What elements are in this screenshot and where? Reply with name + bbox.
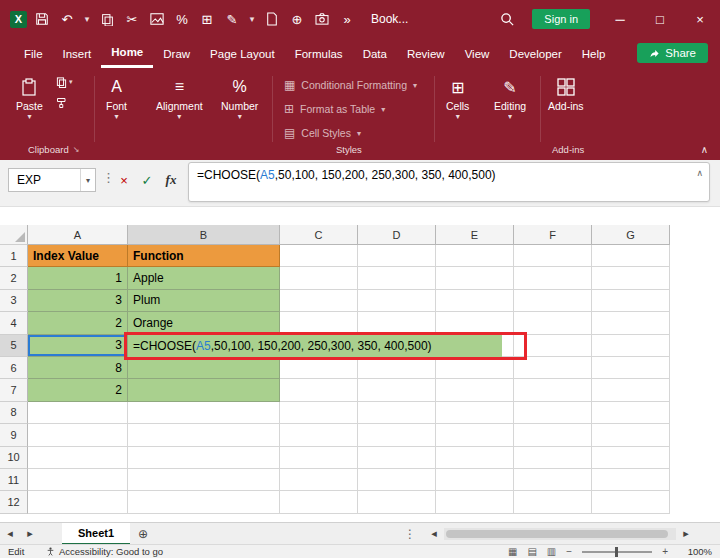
insert-function-button[interactable]: fx (160, 168, 182, 192)
cell-G7[interactable] (592, 379, 670, 401)
cell-A4[interactable]: 2 (28, 312, 128, 334)
horizontal-scrollbar[interactable]: ◂ ▸ (424, 527, 696, 540)
borders-icon[interactable]: ⊞ (197, 9, 217, 29)
tab-draw[interactable]: Draw (153, 38, 200, 68)
row-header-6[interactable]: 6 (0, 357, 28, 379)
cell-D10[interactable] (358, 447, 436, 469)
alignment-group-button[interactable]: ≡ Alignment ▾ (156, 76, 203, 119)
cut-icon[interactable]: ✂ (122, 9, 142, 29)
cell-F6[interactable] (514, 357, 592, 379)
tab-review[interactable]: Review (397, 38, 455, 68)
add-icon[interactable]: ⊕ (287, 9, 307, 29)
row-header-9[interactable]: 9 (0, 424, 28, 446)
chevron-down-icon[interactable]: ▾ (247, 9, 257, 29)
maximize-button[interactable]: □ (640, 0, 680, 38)
zoom-out-icon[interactable]: − (566, 546, 572, 557)
cell-E1[interactable] (436, 245, 514, 267)
row-header-7[interactable]: 7 (0, 379, 28, 401)
cell-B11[interactable] (128, 469, 280, 491)
zoom-slider[interactable] (582, 551, 652, 553)
column-header-F[interactable]: F (514, 225, 592, 245)
cell-B7[interactable] (128, 379, 280, 401)
dialog-launcher-icon[interactable]: ↘ (73, 145, 80, 154)
camera-icon[interactable] (312, 9, 332, 29)
chevron-down-icon[interactable]: ▾ (82, 9, 92, 29)
minimize-button[interactable]: ─ (600, 0, 640, 38)
cell-D6[interactable] (358, 357, 436, 379)
tab-data[interactable]: Data (353, 38, 397, 68)
cell-E11[interactable] (436, 469, 514, 491)
column-header-D[interactable]: D (358, 225, 436, 245)
cell-A10[interactable] (28, 447, 128, 469)
cell-D2[interactable] (358, 267, 436, 289)
cell-A12[interactable] (28, 491, 128, 513)
cell-F11[interactable] (514, 469, 592, 491)
row-header-11[interactable]: 11 (0, 469, 28, 491)
sheet-nav-left-icon[interactable]: ◂ (0, 527, 20, 540)
cell-E10[interactable] (436, 447, 514, 469)
select-all-corner[interactable] (0, 225, 28, 245)
zoom-slider-thumb[interactable] (615, 547, 618, 557)
cell-C7[interactable] (280, 379, 358, 401)
format-painter-button[interactable] (56, 97, 73, 109)
scroll-right-icon[interactable]: ▸ (676, 527, 696, 540)
row-header-3[interactable]: 3 (0, 290, 28, 312)
cell-E6[interactable] (436, 357, 514, 379)
cell-E7[interactable] (436, 379, 514, 401)
cell-F2[interactable] (514, 267, 592, 289)
format-as-table-button[interactable]: ⊞ Format as Table ▾ (284, 102, 385, 116)
tab-home[interactable]: Home (101, 38, 153, 68)
column-header-G[interactable]: G (592, 225, 670, 245)
cell-styles-button[interactable]: ▤ Cell Styles ▾ (284, 126, 361, 140)
enter-button[interactable]: ✓ (136, 168, 158, 192)
tab-developer[interactable]: Developer (499, 38, 571, 68)
tab-insert[interactable]: Insert (53, 38, 102, 68)
row-header-12[interactable]: 12 (0, 491, 28, 513)
cell-G8[interactable] (592, 402, 670, 424)
cell-G3[interactable] (592, 290, 670, 312)
excel-logo-icon[interactable]: X (10, 11, 27, 28)
cell-G1[interactable] (592, 245, 670, 267)
collapse-formula-bar-icon[interactable]: ∧ (696, 168, 703, 178)
cell-E12[interactable] (436, 491, 514, 513)
cell-A7[interactable]: 2 (28, 379, 128, 401)
cell-C11[interactable] (280, 469, 358, 491)
cell-D7[interactable] (358, 379, 436, 401)
row-header-8[interactable]: 8 (0, 402, 28, 424)
column-header-A[interactable]: A (28, 225, 128, 245)
row-header-5[interactable]: 5 (0, 335, 28, 357)
cell-B2[interactable]: Apple (128, 267, 280, 289)
add-sheet-icon[interactable]: ⊕ (130, 527, 156, 541)
cell-A6[interactable]: 8 (28, 357, 128, 379)
cell-B6[interactable] (128, 357, 280, 379)
close-button[interactable]: × (680, 0, 720, 38)
page-layout-view-icon[interactable]: ▤ (527, 546, 536, 557)
font-group-button[interactable]: A Font ▾ (106, 76, 127, 119)
pen-icon[interactable]: ✎ (222, 9, 242, 29)
cell-D9[interactable] (358, 424, 436, 446)
sign-in-button[interactable]: Sign in (532, 9, 590, 29)
cell-B12[interactable] (128, 491, 280, 513)
cell-G10[interactable] (592, 447, 670, 469)
cell-C1[interactable] (280, 245, 358, 267)
editing-group-button[interactable]: ✎ Editing ▾ (494, 76, 526, 119)
cancel-button[interactable]: × (113, 168, 135, 192)
picture-icon[interactable] (147, 9, 167, 29)
search-icon[interactable] (492, 7, 522, 31)
cell-B9[interactable] (128, 424, 280, 446)
cell-D12[interactable] (358, 491, 436, 513)
cells-group-button[interactable]: ⊞ Cells ▾ (446, 76, 469, 119)
cell-D11[interactable] (358, 469, 436, 491)
scrollbar-track[interactable] (444, 528, 676, 540)
cell-C10[interactable] (280, 447, 358, 469)
cell-F7[interactable] (514, 379, 592, 401)
cell-E9[interactable] (436, 424, 514, 446)
row-header-1[interactable]: 1 (0, 245, 28, 267)
collapse-ribbon-icon[interactable]: ∧ (701, 144, 708, 155)
cell-G12[interactable] (592, 491, 670, 513)
cell-E8[interactable] (436, 402, 514, 424)
cell-A1[interactable]: Index Value (28, 245, 128, 267)
cell-F9[interactable] (514, 424, 592, 446)
row-header-10[interactable]: 10 (0, 447, 28, 469)
cell-A8[interactable] (28, 402, 128, 424)
